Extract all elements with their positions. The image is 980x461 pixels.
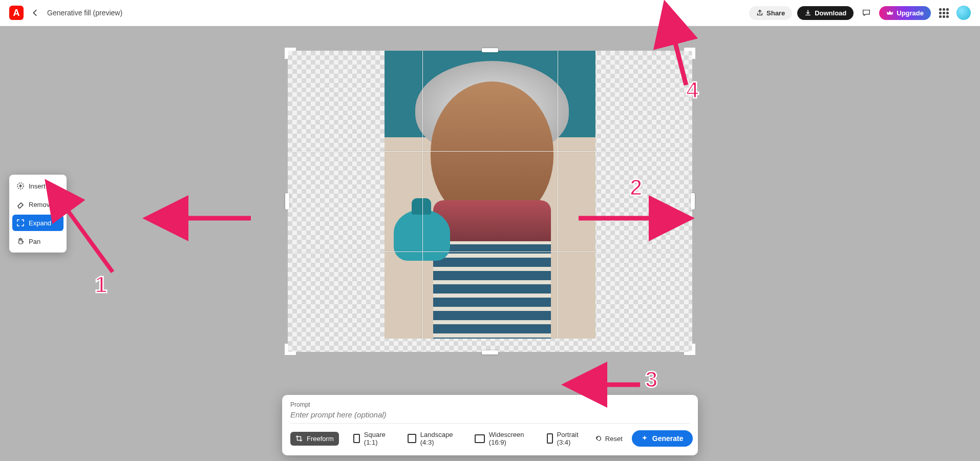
prompt-label: Prompt [290, 401, 690, 408]
tool-panel: Insert Remove Expand Pan [9, 175, 67, 253]
reset-button[interactable]: Reset [595, 435, 623, 443]
eraser-icon [16, 200, 25, 208]
download-label: Download [815, 9, 846, 17]
option-portrait[interactable]: Portrait (3:4) [542, 428, 586, 449]
option-widescreen[interactable]: Widescreen (16:9) [470, 428, 532, 449]
canvas-frame[interactable] [288, 51, 692, 352]
topbar-right: Share Download Upgrade [749, 5, 971, 20]
option-landscape[interactable]: Landscape (4:3) [402, 428, 461, 449]
aspect-options: Freeform Square (1:1) Landscape (4:3) Wi… [290, 423, 690, 449]
generate-label: Generate [652, 434, 684, 443]
share-icon [756, 9, 763, 16]
generate-button[interactable]: Generate [632, 430, 693, 447]
upgrade-label: Upgrade [897, 9, 924, 17]
svg-line-1 [64, 205, 113, 272]
tool-pan[interactable]: Pan [12, 233, 63, 249]
avatar[interactable] [956, 6, 971, 20]
image-content [385, 51, 595, 339]
tool-insert[interactable]: Insert [12, 178, 63, 194]
ratio-4-3-icon [408, 434, 416, 443]
sparkle-icon [641, 435, 648, 442]
undo-icon [595, 435, 602, 442]
expand-icon [16, 219, 25, 227]
canvas-area: Insert Remove Expand Pan Prompt Freeform… [0, 26, 980, 461]
crop-handle-right[interactable] [691, 193, 695, 209]
upgrade-button[interactable]: Upgrade [879, 6, 931, 20]
ratio-3-4-icon [547, 433, 553, 444]
option-portrait-label: Portrait (3:4) [557, 431, 581, 446]
crop-icon [295, 435, 303, 442]
option-landscape-label: Landscape (4:3) [420, 431, 456, 446]
back-button[interactable] [30, 7, 41, 18]
option-square-label: Square (1:1) [364, 431, 388, 446]
apps-button[interactable] [936, 5, 951, 20]
tool-expand-label: Expand [29, 219, 51, 227]
prompt-input[interactable] [290, 408, 690, 423]
prompt-bar: Prompt Freeform Square (1:1) Landscape (… [282, 395, 698, 455]
tool-expand[interactable]: Expand [12, 215, 63, 231]
share-button[interactable]: Share [749, 6, 792, 20]
hand-icon [16, 237, 25, 245]
crop-handle-top[interactable] [482, 48, 498, 52]
page-title: Generative fill (preview) [47, 9, 122, 17]
tool-remove[interactable]: Remove [12, 196, 63, 213]
top-bar: A Generative fill (preview) Share Downlo… [0, 0, 980, 26]
share-label: Share [766, 9, 785, 17]
option-freeform-label: Freeform [307, 435, 334, 443]
ratio-1-1-icon [353, 434, 360, 443]
crop-handle-left[interactable] [285, 193, 289, 209]
adobe-logo[interactable]: A [9, 6, 24, 20]
annotation-number-3: 3 [645, 367, 657, 392]
tool-remove-label: Remove [29, 201, 53, 208]
speech-bubble-icon [862, 8, 871, 17]
option-freeform[interactable]: Freeform [290, 432, 339, 446]
annotation-number-1: 1 [95, 272, 107, 298]
download-button[interactable]: Download [797, 6, 854, 20]
insert-icon [16, 182, 25, 190]
ratio-16-9-icon [475, 434, 485, 443]
comment-button[interactable] [859, 5, 874, 20]
reset-label: Reset [605, 435, 623, 443]
annotation-arrow-3 [594, 374, 645, 395]
annotation-arrow-left [174, 208, 256, 228]
crown-icon [886, 9, 893, 16]
download-icon [804, 9, 812, 16]
waffle-icon [939, 8, 949, 18]
option-widescreen-label: Widescreen (16:9) [489, 431, 527, 446]
tool-pan-label: Pan [29, 238, 40, 245]
topbar-left: A Generative fill (preview) [9, 6, 122, 20]
option-square[interactable]: Square (1:1) [348, 428, 393, 449]
crop-handle-bottom[interactable] [482, 350, 498, 354]
tool-insert-label: Insert [29, 182, 46, 190]
